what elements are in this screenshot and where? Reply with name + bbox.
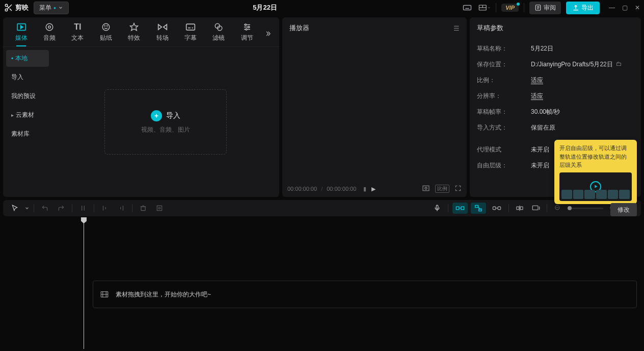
svg-rect-61	[479, 209, 482, 211]
media-tabs: 媒体 音频 TI 文本 贴纸 特效 转场	[3, 17, 279, 47]
sidebar-item-presets[interactable]: 我的预设	[6, 88, 49, 105]
redo-button[interactable]	[55, 202, 68, 214]
fullscreen-button[interactable]	[454, 185, 462, 193]
mic-button[interactable]	[431, 202, 444, 214]
sidebar-item-import[interactable]: 导入	[6, 69, 49, 86]
text-icon: TI	[74, 22, 81, 32]
svg-rect-53	[157, 206, 162, 210]
align-button[interactable]	[513, 202, 526, 214]
svg-point-37	[248, 27, 249, 28]
svg-point-21	[48, 26, 51, 29]
prev-frame-button[interactable]: ▮	[363, 186, 366, 192]
svg-rect-50	[141, 207, 145, 211]
upload-icon	[572, 4, 579, 11]
transition-icon	[157, 23, 168, 31]
zoom-slider[interactable]	[568, 208, 603, 209]
review-button[interactable]: 审阅	[529, 2, 561, 14]
tooltip-preview[interactable]	[559, 172, 632, 201]
svg-point-1	[5, 9, 8, 11]
subtitle-icon	[185, 23, 196, 31]
props-title: 草稿参数	[470, 17, 641, 39]
trim-right-button[interactable]	[115, 202, 128, 214]
delete-button[interactable]	[137, 202, 150, 214]
chevron-down-icon[interactable]	[24, 206, 30, 211]
tab-transition[interactable]: 转场	[148, 20, 176, 46]
tab-adjust[interactable]: 调节	[233, 20, 261, 46]
prop-import-value: 保留在原	[531, 123, 555, 132]
timeline[interactable]: 素材拖拽到这里，开始你的大作吧~	[0, 217, 644, 349]
svg-point-20	[46, 23, 53, 31]
link-button[interactable]	[489, 203, 504, 214]
keyboard-icon[interactable]	[461, 3, 473, 13]
cursor-tool[interactable]	[8, 202, 21, 214]
play-button[interactable]: ▶	[371, 186, 375, 192]
vip-badge[interactable]: VIP	[501, 4, 519, 12]
layout-icon[interactable]	[478, 3, 491, 13]
preview-button[interactable]	[529, 202, 543, 214]
svg-point-22	[102, 23, 110, 31]
playhead[interactable]	[84, 217, 84, 349]
app-logo: 剪映	[4, 3, 29, 12]
audio-icon	[45, 22, 54, 32]
svg-rect-58	[461, 207, 464, 210]
minimize-button[interactable]: —	[609, 4, 615, 11]
sidebar-item-cloud[interactable]: ▸云素材	[6, 107, 49, 123]
svg-point-38	[246, 29, 247, 30]
media-icon	[16, 23, 26, 31]
prop-res-value[interactable]: 适应	[531, 92, 543, 101]
trim-left-button[interactable]	[98, 202, 112, 214]
svg-point-42	[425, 187, 427, 189]
tab-effects[interactable]: 特效	[120, 20, 148, 46]
prop-res-label: 分辨率：	[477, 92, 531, 101]
track-dropzone[interactable]: 素材拖拽到这里，开始你的大作吧~	[93, 281, 637, 308]
crop-button[interactable]	[153, 202, 166, 214]
close-button[interactable]: ✕	[635, 4, 640, 11]
tab-text[interactable]: TI 文本	[64, 20, 92, 46]
scissors-icon	[4, 3, 13, 12]
time-current: 00:00:00:00	[287, 186, 317, 192]
magnet-main-button[interactable]	[452, 203, 468, 214]
tab-media[interactable]: 媒体	[7, 20, 35, 46]
prop-proxy-value: 未开启	[531, 145, 549, 154]
player-menu-button[interactable]: ☰	[453, 24, 460, 32]
modify-button[interactable]: 修改	[610, 203, 637, 216]
zoom-out-button[interactable]	[551, 202, 565, 214]
safe-area-button[interactable]	[422, 185, 430, 193]
prop-layer-value: 未开启	[531, 161, 549, 170]
free-layer-tooltip: 开启自由层级，可以通过调整轨道位置修改轨道之间的层级关系 修改	[554, 140, 637, 204]
prop-import-label: 导入方式：	[477, 123, 531, 132]
ratio-button[interactable]: 比例	[435, 185, 449, 193]
time-ruler[interactable]	[0, 217, 644, 229]
menu-button[interactable]: 菜单 ●	[34, 2, 69, 14]
maximize-button[interactable]: ▢	[622, 4, 628, 11]
prop-fps-label: 草稿帧率：	[477, 108, 531, 116]
svg-rect-63	[493, 207, 496, 210]
svg-rect-57	[456, 207, 459, 210]
undo-button[interactable]	[38, 202, 51, 214]
svg-marker-19	[20, 26, 23, 29]
filter-icon	[214, 22, 223, 32]
import-hint: 视频、音频、图片	[141, 126, 190, 134]
tabs-more-button[interactable]	[261, 30, 275, 37]
effects-icon	[129, 22, 139, 32]
tab-sticker[interactable]: 贴纸	[92, 20, 120, 46]
tab-audio[interactable]: 音频	[35, 20, 63, 46]
magnet-track-button[interactable]	[471, 203, 486, 214]
svg-point-54	[158, 207, 160, 209]
svg-rect-5	[464, 6, 471, 10]
chevron-down-icon	[58, 5, 63, 10]
adjust-icon	[243, 23, 252, 31]
prop-path-value: D:/JianyingPro Drafts/5月22日	[531, 60, 613, 69]
tab-subtitle[interactable]: 字幕	[176, 20, 204, 46]
open-folder-icon[interactable]: 🗀	[616, 60, 622, 69]
import-dropzone[interactable]: 导入 视频、音频、图片	[104, 89, 227, 155]
prop-ratio-value[interactable]: 适应	[531, 76, 543, 85]
split-button[interactable]	[76, 202, 90, 214]
sticker-icon	[101, 22, 111, 32]
player-panel: 播放器 ☰ 00:00:00:00 / 00:00:00:00 ▮ ▶ 比例	[282, 17, 467, 197]
export-button[interactable]: 导出	[566, 2, 600, 14]
sidebar-item-local[interactable]: •本地	[6, 50, 49, 67]
svg-point-0	[5, 4, 8, 7]
tab-filter[interactable]: 滤镜	[205, 20, 233, 46]
sidebar-item-library[interactable]: 素材库	[6, 126, 49, 142]
